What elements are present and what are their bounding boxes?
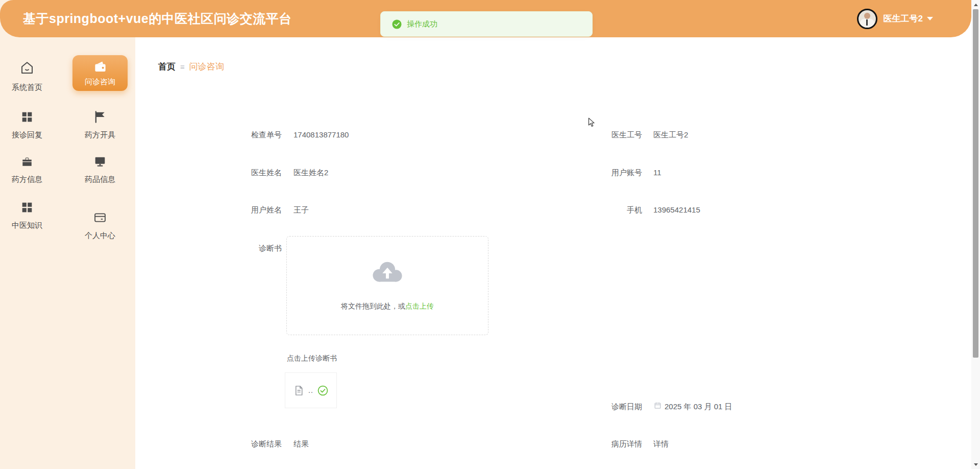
sidebar-item-reply[interactable]: 接诊回复 [4, 110, 51, 140]
field-label-phone: 手机 [566, 205, 642, 215]
success-check-icon [392, 19, 402, 29]
field-label-check-no: 检查单号 [205, 130, 282, 140]
scrollbar-thumb[interactable] [973, 9, 978, 358]
field-value-user-account: 11 [653, 168, 662, 177]
sidebar-item-prescribe[interactable]: 药方开具 [77, 110, 124, 140]
field-label-diagnosis-date: 诊断日期 [566, 402, 642, 412]
upload-dropzone[interactable]: 将文件拖到此处，或点击上传 [286, 236, 488, 335]
breadcrumb-home[interactable]: 首页 [158, 61, 176, 73]
sidebar-item-prescription-info[interactable]: 药方信息 [4, 154, 51, 184]
user-avatar[interactable] [857, 9, 877, 29]
field-value-doctor-name: 医生姓名2 [293, 168, 328, 178]
user-name: 医生工号2 [884, 13, 923, 25]
sidebar-item-drug-info[interactable]: 药品信息 [77, 154, 124, 184]
scroll-down-icon [974, 463, 978, 466]
field-label-user-account: 用户账号 [566, 168, 642, 178]
field-label-diagnosis-result: 诊断结果 [205, 439, 282, 449]
scroll-up-icon [974, 4, 978, 6]
file-name: .. [308, 386, 313, 394]
calendar-icon [654, 402, 662, 411]
sidebar-item-label: 药品信息 [77, 175, 124, 184]
field-label-record-detail: 病历详情 [566, 439, 642, 449]
sidebar-item-label: 个人中心 [77, 231, 124, 241]
monitor-icon [93, 154, 107, 169]
upload-cloud-icon [370, 258, 405, 285]
user-menu[interactable]: 医生工号2 [857, 0, 933, 37]
card-icon [92, 210, 108, 225]
avatar-tie [866, 19, 868, 26]
scrollbar-up-button[interactable] [971, 1, 980, 9]
field-value-record-detail: 详情 [653, 439, 669, 449]
sidebar-item-label: 问诊咨询 [72, 77, 128, 87]
chevron-down-icon [927, 17, 933, 20]
wallet-icon [93, 60, 107, 73]
sidebar-item-label: 药方信息 [4, 175, 51, 184]
field-value-diagnosis-date: 2025 年 03 月 01 日 [665, 402, 732, 412]
grid-icon [20, 110, 34, 124]
sidebar-item-label: 药方开具 [77, 130, 124, 140]
sidebar-item-label: 系统首页 [4, 83, 51, 92]
field-value-doctor-id: 医生工号2 [653, 130, 688, 140]
field-value-diagnosis-result: 结果 [293, 439, 309, 449]
breadcrumb-separator-icon: ≡ [180, 62, 185, 71]
field-value-phone: 13965421415 [653, 205, 700, 214]
sidebar-item-profile[interactable]: 个人中心 [77, 210, 124, 241]
document-icon [293, 384, 305, 397]
field-label-user-name: 用户姓名 [205, 205, 282, 215]
avatar-head [864, 13, 870, 19]
success-toast: 操作成功 [380, 11, 593, 37]
sidebar-item-label: 接诊回复 [4, 130, 51, 140]
briefcase-icon [20, 154, 34, 169]
scrollbar[interactable] [971, 0, 980, 469]
upload-click-link[interactable]: 点击上传 [405, 302, 434, 310]
breadcrumb-current: 问诊咨询 [189, 61, 224, 73]
sidebar-item-home[interactable]: 系统首页 [4, 59, 51, 92]
scrollbar-down-button[interactable] [971, 460, 980, 468]
field-label-diagnosis-doc: 诊断书 [205, 244, 282, 253]
flag-icon [93, 110, 107, 124]
app-page: 基于springboot+vue的中医社区问诊交流平台 医生工号2 操作成功 系… [0, 0, 980, 469]
file-success-icon [317, 385, 329, 396]
upload-drop-text: 将文件拖到此处，或点击上传 [287, 302, 488, 311]
field-label-doctor-name: 医生姓名 [205, 168, 282, 178]
sidebar-item-label: 中医知识 [4, 221, 51, 230]
field-value-check-no: 1740813877180 [293, 130, 349, 139]
grid-icon [20, 200, 34, 215]
uploaded-file-item[interactable]: .. [285, 372, 337, 408]
breadcrumb: 首页 ≡ 问诊咨询 [158, 61, 224, 73]
toast-message: 操作成功 [407, 19, 437, 29]
sidebar-item-tcm-knowledge[interactable]: 中医知识 [4, 200, 51, 230]
app-title: 基于springboot+vue的中医社区问诊交流平台 [23, 0, 292, 37]
field-label-doctor-id: 医生工号 [566, 130, 642, 140]
home-icon [19, 59, 35, 77]
sidebar-item-consult[interactable]: 问诊咨询 [72, 55, 128, 91]
field-value-user-name: 王子 [293, 205, 309, 215]
upload-tip: 点击上传诊断书 [287, 354, 337, 363]
